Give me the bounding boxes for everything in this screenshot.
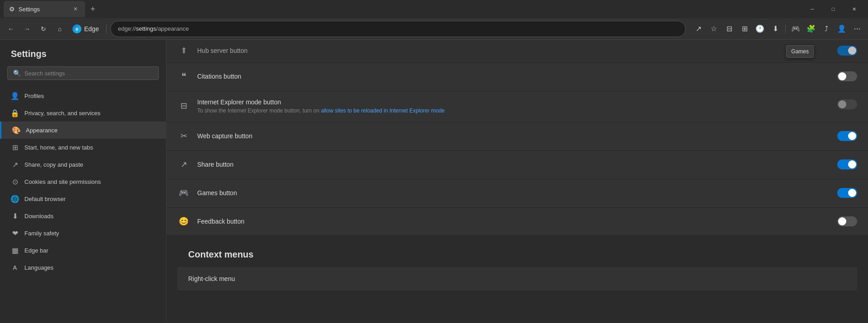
hub-server-toggle[interactable] bbox=[837, 46, 857, 56]
new-tab-button[interactable]: + bbox=[87, 3, 99, 16]
minimize-button[interactable]: ─ bbox=[802, 0, 823, 18]
web-capture-icon: ✂ bbox=[177, 130, 190, 142]
profile-icon[interactable]: 👤 bbox=[835, 22, 849, 36]
ie-mode-desc-text: To show the Internet Explorer mode butto… bbox=[197, 108, 321, 114]
forward-button[interactable]: → bbox=[20, 22, 34, 36]
sidebar-item-cookies[interactable]: ⊙ Cookies and site permissions bbox=[0, 173, 166, 190]
web-capture-button-row: ✂ Web capture button bbox=[166, 122, 868, 150]
ie-mode-desc: To show the Internet Explorer mode butto… bbox=[197, 108, 830, 114]
address-path: /appearance bbox=[156, 25, 189, 32]
close-button[interactable]: ✕ bbox=[844, 0, 864, 18]
games-setting-label: Games button bbox=[197, 189, 830, 197]
hub-server-icon: ⬆ bbox=[177, 44, 190, 57]
context-menus-section: Context menus Right-click menu bbox=[166, 235, 868, 295]
context-menus-header: Context menus bbox=[177, 239, 857, 267]
share-alt-icon[interactable]: ⤴ bbox=[819, 22, 834, 36]
feedback-button-row: 😊 Feedback button bbox=[166, 208, 868, 235]
favorites-icon[interactable]: ☆ bbox=[707, 22, 721, 36]
right-click-menu-label: Right-click menu bbox=[188, 275, 235, 282]
sidebar-item-start-home[interactable]: ⊞ Start, home, and new tabs bbox=[0, 139, 166, 156]
appearance-label: Appearance bbox=[26, 127, 57, 134]
nav-icon-divider bbox=[785, 24, 786, 33]
start-home-icon: ⊞ bbox=[11, 143, 19, 151]
appearance-icon: 🎨 bbox=[12, 126, 20, 134]
web-capture-toggle[interactable] bbox=[837, 131, 857, 141]
web-capture-label: Web capture button bbox=[197, 132, 830, 140]
hub-server-label: Hub server button bbox=[197, 47, 830, 54]
content-wrapper: ⬆ Hub server button ❝ Citations button bbox=[166, 40, 868, 306]
tab-container: ⚙ Settings ✕ + bbox=[4, 1, 99, 17]
settings-rows: ⬆ Hub server button ❝ Citations button bbox=[166, 40, 868, 235]
languages-label: Languages bbox=[24, 264, 53, 271]
sidebar-item-share-copy[interactable]: ↗ Share, copy and paste bbox=[0, 156, 166, 173]
tab-close-button[interactable]: ✕ bbox=[71, 5, 80, 13]
sidebar-title: Settings bbox=[0, 49, 166, 66]
nav-divider bbox=[106, 24, 107, 33]
web-capture-toggle-knob bbox=[848, 132, 856, 140]
citations-toggle[interactable] bbox=[837, 71, 857, 81]
address-scheme: edge:// bbox=[118, 25, 136, 32]
main-layout: Settings 🔍 👤 Profiles 🔒 Privacy, search,… bbox=[0, 40, 868, 323]
address-host: settings bbox=[136, 25, 156, 32]
citations-icon: ❝ bbox=[177, 70, 190, 83]
share-setting-info: Share button bbox=[197, 161, 830, 168]
collections-icon[interactable]: ⊞ bbox=[737, 22, 752, 36]
citations-button-row: ❝ Citations button bbox=[166, 63, 868, 90]
edge-logo-icon: e bbox=[72, 24, 81, 33]
search-box[interactable]: 🔍 bbox=[7, 66, 159, 80]
share-toggle[interactable] bbox=[837, 159, 857, 169]
sidebar-item-privacy[interactable]: 🔒 Privacy, search, and services bbox=[0, 104, 166, 122]
ie-mode-toggle-knob bbox=[838, 100, 846, 108]
more-menu-button[interactable]: ··· bbox=[850, 22, 864, 36]
sidebar-item-edge-bar[interactable]: ▦ Edge bar bbox=[0, 242, 166, 259]
games-button-row: ➡ 🎮 Games button bbox=[166, 179, 868, 207]
citations-label: Citations button bbox=[197, 73, 830, 80]
home-button[interactable]: ⌂ bbox=[52, 22, 67, 36]
edge-label: Edge bbox=[84, 25, 99, 33]
ie-mode-link[interactable]: allow sites to be reloaded in Internet E… bbox=[321, 108, 445, 114]
sidebar-item-family-safety[interactable]: ❤ Family safety bbox=[0, 225, 166, 242]
games-toggle-knob bbox=[848, 189, 856, 197]
search-input[interactable] bbox=[24, 70, 153, 77]
default-browser-icon: 🌐 bbox=[11, 195, 19, 203]
games-nav-icon[interactable]: 🎮 bbox=[788, 22, 803, 36]
edge-bar-label: Edge bar bbox=[24, 247, 48, 254]
cookies-icon: ⊙ bbox=[11, 178, 19, 186]
ie-mode-toggle[interactable] bbox=[837, 99, 857, 109]
downloads-label: Downloads bbox=[24, 213, 53, 220]
back-button[interactable]: ← bbox=[4, 22, 18, 36]
feedback-label: Feedback button bbox=[197, 218, 830, 225]
ie-mode-button-row: ⊟ Internet Explorer mode button To show … bbox=[166, 91, 868, 122]
settings-tab[interactable]: ⚙ Settings ✕ bbox=[4, 1, 85, 17]
settings-tab-title: Settings bbox=[19, 6, 40, 13]
games-toggle[interactable] bbox=[837, 188, 857, 198]
sidebar-item-languages[interactable]: A Languages bbox=[0, 259, 166, 276]
downloads-nav-icon[interactable]: ⬇ bbox=[768, 22, 783, 36]
cookies-label: Cookies and site permissions bbox=[24, 178, 101, 185]
search-icon: 🔍 bbox=[13, 70, 21, 77]
edge-bar-icon: ▦ bbox=[11, 246, 19, 254]
right-click-menu-row[interactable]: Right-click menu bbox=[177, 267, 857, 290]
maximize-button[interactable]: □ bbox=[823, 0, 844, 18]
sidebar-item-profiles[interactable]: 👤 Profiles bbox=[0, 87, 166, 104]
sidebar-item-downloads[interactable]: ⬇ Downloads bbox=[0, 207, 166, 225]
extensions-icon[interactable]: 🧩 bbox=[804, 22, 818, 36]
address-text: edge://settings/appearance bbox=[118, 25, 189, 32]
privacy-label: Privacy, search, and services bbox=[24, 110, 100, 117]
start-home-label: Start, home, and new tabs bbox=[24, 144, 93, 151]
sidebar: Settings 🔍 👤 Profiles 🔒 Privacy, search,… bbox=[0, 40, 166, 323]
share-copy-label: Share, copy and paste bbox=[24, 161, 83, 168]
title-bar: ⚙ Settings ✕ + ─ □ ✕ bbox=[0, 0, 868, 18]
refresh-button[interactable]: ↻ bbox=[36, 22, 51, 36]
sidebar-item-default-browser[interactable]: 🌐 Default browser bbox=[0, 190, 166, 207]
profiles-icon: 👤 bbox=[11, 92, 19, 100]
share-icon[interactable]: ↗ bbox=[691, 22, 706, 36]
feedback-toggle[interactable] bbox=[837, 216, 857, 226]
privacy-icon: 🔒 bbox=[11, 109, 19, 117]
history-icon[interactable]: 🕐 bbox=[753, 22, 767, 36]
address-bar[interactable]: edge://settings/appearance bbox=[110, 21, 686, 37]
nav-icons: ↗ ☆ ⊟ ⊞ 🕐 ⬇ 🎮 🧩 ⤴ 👤 ··· bbox=[691, 22, 864, 36]
reading-view-icon[interactable]: ⊟ bbox=[722, 22, 736, 36]
nav-bar: ← → ↻ ⌂ e Edge edge://settings/appearanc… bbox=[0, 18, 868, 40]
sidebar-item-appearance[interactable]: 🎨 Appearance bbox=[0, 122, 166, 139]
